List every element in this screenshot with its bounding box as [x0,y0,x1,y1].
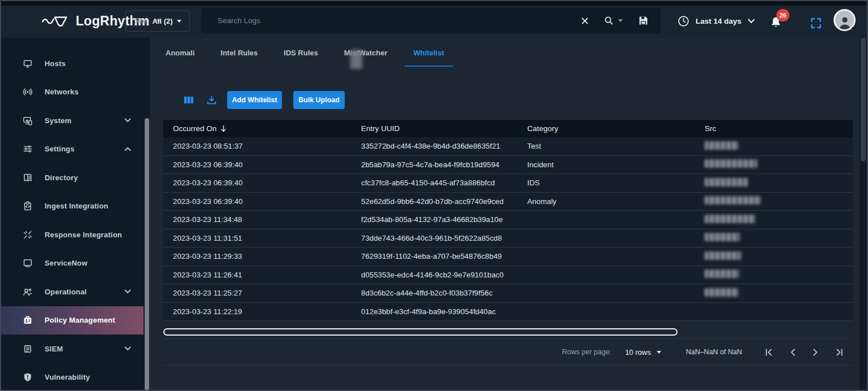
sidebar-item-label: ServiceNow [45,259,88,267]
column-header-src[interactable]: Src [695,124,853,133]
bulk-upload-button[interactable]: Bulk Upload [293,91,345,109]
table-header-row: Occurred On Entry UUID Category Src [163,120,853,137]
last-page-button[interactable] [834,347,845,358]
table-row[interactable]: 2023-03-23 11:34:48 f2d534ab-805a-4132-9… [163,211,853,229]
sidebar-item-policy-management[interactable]: Policy Management [1,306,144,335]
table-row[interactable]: 2023-03-23 08:51:37 335272bd-c4f4-438e-9… [163,137,853,156]
download-button[interactable] [206,95,217,105]
tab-whitelist[interactable]: Whitelist [414,45,444,67]
table-row[interactable]: 2023-03-23 11:25:27 8d3c6b2c-a44e-4ffd-b… [163,284,853,303]
sidebar-scrollbar-thumb[interactable] [145,118,149,390]
tab-intel-rules[interactable]: Intel Rules [220,45,258,67]
broken-link-icon [23,230,33,240]
chevron-down-icon [124,118,131,123]
time-range-selector[interactable]: Last 14 days [678,14,755,28]
redacted-src-value [705,233,740,241]
first-page-button[interactable] [763,347,774,358]
column-header-occurred-on[interactable]: Occurred On [163,124,351,133]
column-header-category[interactable]: Category [518,124,695,133]
sidebar-item-networks[interactable]: Networks [1,78,144,107]
chevron-right-icon [812,348,819,357]
sidebar-item-label: Networks [45,88,79,96]
previous-page-button[interactable] [788,347,797,358]
sidebar-item-vulnerability[interactable]: Vulnerability [1,363,144,391]
sidebar-item-response-integration[interactable]: Response Integration [1,220,144,249]
redacted-src-value [705,159,757,168]
tab-ids-rules[interactable]: IDS Rules [284,45,318,67]
clear-search-button[interactable] [577,13,593,29]
id-badge-icon [23,315,33,325]
columns-button[interactable] [184,95,194,105]
time-range-value: Last 14 days [696,17,741,25]
table-row[interactable]: 2023-03-23 06:39:40 2b5ab79a-97c5-4c7a-b… [163,156,853,175]
search-options-caret-icon[interactable] [618,19,623,22]
next-page-button[interactable] [811,347,821,358]
rows-per-page-value: 10 rows [625,348,651,357]
sliders-icon [23,144,33,154]
sidebar-item-siem[interactable]: SIEM [1,334,144,363]
person-icon [837,15,852,29]
search-input[interactable] [202,16,577,25]
top-bar: LogRhythm ™ Site: All (2) [1,6,867,38]
sidebar-item-ingest-integration[interactable]: Ingest Integration [1,192,144,221]
redacted-src-value [705,178,748,186]
fullscreen-button[interactable] [808,15,824,32]
last-page-icon [835,348,844,357]
site-value: All (2) [152,17,172,25]
add-whitelist-button[interactable]: Add Whitelist [227,91,282,109]
table-footer: Rows per page: 10 rows NaN–NaN of NaN [163,338,853,366]
save-icon [639,16,648,25]
devices-icon [23,116,33,125]
table-row[interactable]: 2023-03-23 06:39:40 52e62d5d-9bb6-42d0-b… [163,193,853,211]
table-row[interactable]: 2023-03-23 11:26:41 d055353e-edc4-4146-9… [163,266,853,285]
sidebar-item-settings[interactable]: Settings [1,135,144,164]
monitor-icon [23,59,33,68]
rows-per-page-select[interactable]: 10 rows [625,348,661,357]
tab-bar: Anomali Intel Rules IDS Rules MistWatche… [166,45,444,67]
chevron-down-icon [124,346,131,351]
sidebar-item-hosts[interactable]: Hosts [1,49,144,78]
sidebar-nav: Hosts Networks System Settings Directory… [1,38,150,390]
site-selector[interactable]: Site: All (2) [125,10,190,32]
chevron-down-icon [124,289,131,294]
sidebar-item-label: Ingest Integration [45,202,108,210]
run-search-button[interactable] [601,12,617,29]
download-icon [206,95,217,105]
window-scrollbar-track[interactable] [860,38,867,390]
window-scrollbar-thumb[interactable] [861,38,866,161]
sidebar-item-label: SIEM [45,345,63,353]
horizontal-scrollbar-thumb[interactable] [163,328,678,336]
search-bar [202,8,661,33]
sort-descending-icon [220,125,227,132]
whitelist-toolbar: Add Whitelist Bulk Upload [184,91,345,109]
logrhythm-wave-icon [41,13,70,29]
redacted-src-value [705,270,739,278]
clipboard-code-icon [23,201,33,211]
columns-icon [184,95,194,105]
sidebar-item-label: Directory [45,173,78,182]
sidebar-item-servicenow[interactable]: ServiceNow [1,249,144,278]
sidebar-item-label: Hosts [45,59,66,68]
sidebar-item-operational[interactable]: Operational [1,277,144,306]
sidebar-item-label: Settings [45,145,75,153]
sidebar-item-label: Vulnerability [45,373,90,381]
monitor-icon [23,258,33,268]
close-icon [580,16,589,25]
table-row[interactable]: 2023-03-23 11:22:19 012e3bbf-e3cf-4f9a-b… [163,303,853,322]
table-row[interactable]: 2023-03-23 11:29:33 7629319f-1102-4eba-a… [163,247,853,266]
avatar-caret-icon [852,27,856,30]
notifications-button[interactable]: 26 [770,12,792,33]
rows-per-page-label: Rows per page: [562,348,612,356]
book-icon [23,173,33,183]
sidebar-item-system[interactable]: System [1,106,144,135]
tab-anomali[interactable]: Anomali [166,45,194,67]
column-header-entry-uuid[interactable]: Entry UUID [351,124,518,133]
sidebar-item-label: Policy Management [45,316,115,324]
redaction-blur-patch [350,50,362,69]
table-row[interactable]: 2023-03-23 11:31:51 73dde743-466d-40c3-9… [163,229,853,248]
first-page-icon [765,348,773,357]
table-row[interactable]: 2023-03-23 06:39:40 cfc37fc8-ab65-4150-a… [163,174,853,193]
redacted-src-value [705,251,741,260]
sidebar-item-directory[interactable]: Directory [1,163,144,192]
save-search-button[interactable] [635,12,652,29]
